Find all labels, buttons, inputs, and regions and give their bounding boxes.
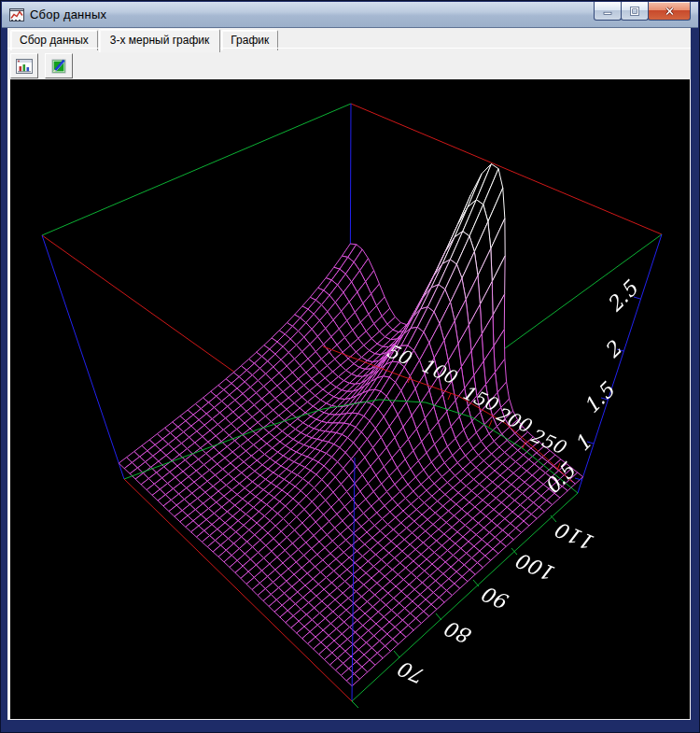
window-controls <box>595 2 691 21</box>
title-bar[interactable]: Сбор данных <box>2 2 698 28</box>
client-area: Сбор данных 3-х мерный график График <box>7 28 691 720</box>
tab-data-collection[interactable]: Сбор данных <box>10 30 98 50</box>
window-title: Сбор данных <box>30 7 106 21</box>
tab-3d-plot[interactable]: 3-х мерный график <box>99 29 220 52</box>
plot-area <box>10 79 690 719</box>
chart-settings-button[interactable] <box>10 53 38 78</box>
app-icon <box>9 7 24 22</box>
close-button[interactable] <box>648 2 691 21</box>
maximize-icon <box>630 7 639 16</box>
maximize-button[interactable] <box>621 2 649 21</box>
surface-plot-canvas[interactable] <box>10 79 690 719</box>
close-icon <box>665 7 675 16</box>
minimize-button[interactable] <box>594 2 622 21</box>
minimize-icon <box>603 7 612 16</box>
tab-strip: Сбор данных 3-х мерный график График <box>7 28 691 50</box>
edit-plot-button[interactable] <box>45 53 73 78</box>
toolbar <box>7 52 691 79</box>
tab-plot[interactable]: График <box>221 30 278 50</box>
green-pencil-icon <box>51 59 67 74</box>
bar-chart-icon <box>16 59 33 74</box>
app-window: Сбор данных Сбор <box>0 0 700 733</box>
